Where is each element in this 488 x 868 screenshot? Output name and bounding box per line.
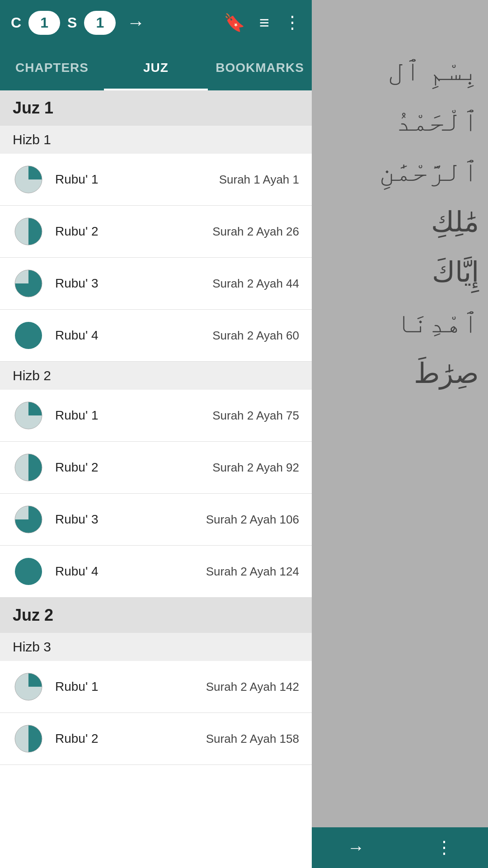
arabic-text-overlay: بِسْمِ ٱلٱلْحَمْدُٱلرَّحْمَٰنِمَٰلِكِإِي… [330,0,483,868]
surah-ref: Surah 2 Ayah 158 [206,732,299,746]
rubu-pie-icon [13,164,44,195]
list-item[interactable]: Rubu' 4Surah 2 Ayah 60 [0,310,312,362]
surah-ref: Surah 2 Ayah 75 [212,409,299,423]
rubu-pie-icon [13,268,44,299]
juz-header-1[interactable]: Juz 2 [0,598,312,633]
rubu-pie-icon [13,216,44,247]
bottom-bar: → ⋮ [312,827,488,868]
rubu-pie-icon [13,452,44,483]
s-label: S [67,14,77,31]
rubu-label: Rubu' 3 [55,512,206,527]
surah-ref: Surah 2 Ayah 92 [212,461,299,475]
rubu-label: Rubu' 3 [55,276,212,291]
rubu-pie-icon [13,320,44,351]
juz-header-0[interactable]: Juz 1 [0,90,312,126]
surah-ref: Surah 2 Ayah 124 [206,565,299,579]
bottom-more-icon[interactable]: ⋮ [436,838,453,858]
list-item[interactable]: Rubu' 2Surah 2 Ayah 92 [0,442,312,494]
rubu-label: Rubu' 2 [55,224,212,239]
rubu-label: Rubu' 2 [55,731,206,746]
rubu-label: Rubu' 1 [55,172,219,187]
arabic-line: بِسْمِ ٱل [379,45,479,96]
list-item[interactable]: Rubu' 3Surah 2 Ayah 106 [0,494,312,546]
list-item[interactable]: Rubu' 4Surah 2 Ayah 124 [0,546,312,598]
surah-ref: Surah 2 Ayah 142 [206,680,299,694]
right-panel: بِسْمِ ٱلٱلْحَمْدُٱلرَّحْمَٰنِمَٰلِكِإِي… [312,0,488,868]
svg-point-13 [15,558,42,585]
s-value[interactable]: 1 [84,11,116,35]
juz-list: Juz 1Hizb 1 Rubu' 1Surah 1 Ayah 1 Rubu' … [0,90,312,868]
rubu-label: Rubu' 2 [55,460,212,475]
c-label: C [11,14,21,31]
rubu-pie-icon [13,400,44,431]
rubu-pie-icon [13,723,44,755]
hizb-header-0-1[interactable]: Hizb 2 [0,362,312,390]
hizb-header-1-0[interactable]: Hizb 3 [0,633,312,661]
list-item[interactable]: Rubu' 2Surah 2 Ayah 26 [0,206,312,258]
surah-ref: Surah 2 Ayah 60 [212,329,299,343]
menu-lines-icon[interactable]: ≡ [259,13,269,33]
tabs-bar: CHAPTERS JUZ BOOKMARKS [0,45,312,90]
arabic-line: ٱلرَّحْمَٰنِ [379,146,479,197]
list-item[interactable]: Rubu' 1Surah 2 Ayah 142 [0,661,312,713]
surah-ref: Surah 1 Ayah 1 [219,173,299,187]
surah-ref: Surah 2 Ayah 106 [206,513,299,527]
rubu-pie-icon [13,504,44,535]
more-options-icon[interactable]: ⋮ [284,13,301,33]
arabic-line: مَٰلِكِ [379,197,479,247]
navigate-arrow[interactable]: → [127,13,145,33]
svg-point-6 [15,322,42,349]
hizb-header-0-0[interactable]: Hizb 1 [0,126,312,154]
main-panel: C 1 S 1 → 🔖 ≡ ⋮ CHAPTERS JUZ BOOKMARKS J… [0,0,312,868]
rubu-label: Rubu' 1 [55,679,206,694]
c-value[interactable]: 1 [28,11,60,35]
arabic-lines: بِسْمِ ٱلٱلْحَمْدُٱلرَّحْمَٰنِمَٰلِكِإِي… [379,45,479,398]
list-item[interactable]: Rubu' 1Surah 1 Ayah 1 [0,154,312,206]
arabic-line: ٱلْحَمْدُ [379,96,479,146]
tab-juz[interactable]: JUZ [104,45,208,90]
bottom-arrow-icon[interactable]: → [347,838,365,858]
arabic-line: إِيَّاكَ [379,247,479,297]
tab-chapters[interactable]: CHAPTERS [0,45,104,90]
rubu-pie-icon [13,556,44,587]
arabic-line: ٱهْدِنَا [379,297,479,348]
bookmark-icon[interactable]: 🔖 [224,13,245,33]
topbar: C 1 S 1 → 🔖 ≡ ⋮ [0,0,312,45]
list-item[interactable]: Rubu' 2Surah 2 Ayah 158 [0,713,312,765]
tab-bookmarks[interactable]: BOOKMARKS [208,45,312,90]
rubu-label: Rubu' 4 [55,564,206,579]
rubu-label: Rubu' 1 [55,408,212,423]
rubu-pie-icon [13,671,44,703]
rubu-label: Rubu' 4 [55,328,212,343]
arabic-line: صِرَٰطَ [379,348,479,399]
surah-ref: Surah 2 Ayah 44 [212,277,299,291]
list-item[interactable]: Rubu' 1Surah 2 Ayah 75 [0,390,312,442]
list-item[interactable]: Rubu' 3Surah 2 Ayah 44 [0,258,312,310]
surah-ref: Surah 2 Ayah 26 [212,225,299,239]
